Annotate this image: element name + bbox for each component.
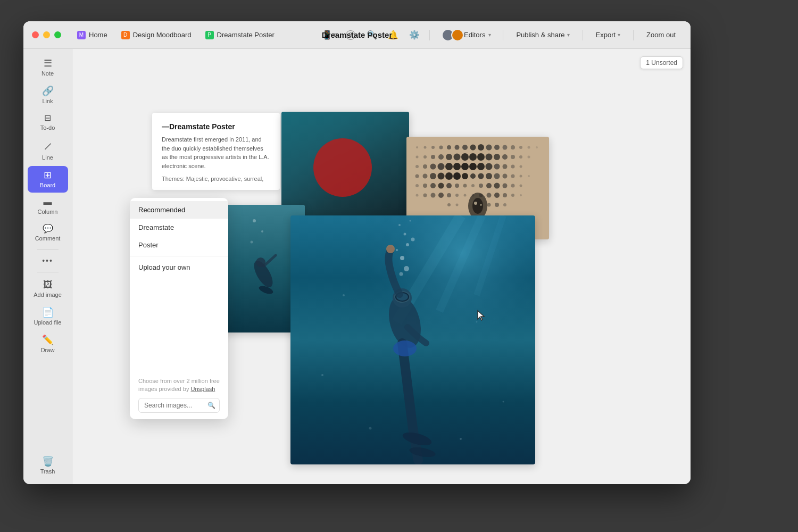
- sidebar-item-more[interactable]: •••: [28, 253, 68, 269]
- avatar-2: [451, 29, 464, 41]
- sidebar-item-upload-file[interactable]: 📄 Upload file: [28, 303, 68, 330]
- popup-menu-item-dreamstate[interactable]: Dreamstate: [130, 219, 228, 236]
- svg-point-33: [423, 164, 427, 169]
- svg-point-72: [503, 184, 508, 188]
- svg-point-81: [464, 194, 467, 197]
- search-magnifier-icon: 🔍: [207, 402, 215, 409]
- svg-point-68: [471, 184, 475, 187]
- svg-point-94: [503, 203, 506, 206]
- sidebar-item-column-label: Column: [38, 209, 58, 215]
- svg-point-77: [431, 193, 436, 198]
- svg-point-129: [343, 294, 345, 296]
- canvas-image-cyan[interactable]: [281, 112, 409, 218]
- popup-menu-item-poster[interactable]: Poster: [130, 236, 228, 254]
- svg-point-126: [393, 340, 417, 356]
- sidebar-item-todo[interactable]: ⊟ To-do: [28, 110, 68, 135]
- trash-icon: 🗑️: [42, 456, 54, 466]
- sidebar-divider-1: [37, 249, 59, 250]
- svg-point-51: [453, 172, 461, 180]
- svg-point-76: [423, 194, 427, 197]
- publish-label: Publish & share: [516, 31, 564, 39]
- svg-point-34: [430, 164, 436, 170]
- svg-point-134: [460, 438, 462, 440]
- svg-point-66: [455, 184, 459, 188]
- sidebar-item-note-label: Note: [41, 70, 54, 77]
- svg-point-65: [446, 183, 452, 188]
- unsplash-link[interactable]: Unsplash: [190, 386, 215, 392]
- export-button[interactable]: Export ▾: [589, 28, 627, 41]
- minimize-button[interactable]: [43, 31, 50, 38]
- canvas-image-diver-large[interactable]: [290, 215, 535, 464]
- svg-point-49: [438, 173, 445, 180]
- canvas-area[interactable]: 1 Unsorted —Dreamstate Poster Dreamstate…: [72, 49, 691, 484]
- svg-point-125: [386, 245, 395, 253]
- close-button[interactable]: [32, 31, 39, 38]
- svg-point-67: [463, 184, 467, 188]
- svg-point-118: [411, 238, 415, 242]
- search-input-wrapper: 🔍: [138, 398, 220, 413]
- popup-menu-item-upload[interactable]: Upload your own: [130, 259, 228, 276]
- tab-home[interactable]: M Home: [72, 28, 113, 42]
- poster-text-card[interactable]: —Dreamstate Poster Dreamstate first emer…: [152, 113, 280, 190]
- note-icon: ☰: [44, 59, 52, 68]
- sidebar-item-line-label: Line: [42, 154, 53, 161]
- divider-1: [429, 30, 430, 40]
- publish-button[interactable]: Publish & share ▾: [510, 28, 576, 41]
- svg-point-59: [520, 175, 522, 178]
- svg-point-132: [503, 401, 504, 403]
- svg-point-47: [423, 174, 428, 179]
- sidebar-item-link[interactable]: 🔗 Link: [28, 82, 68, 109]
- sidebar-item-comment-label: Comment: [35, 235, 61, 242]
- popup-menu-item-recommended[interactable]: Recommended: [130, 201, 228, 219]
- svg-point-131: [321, 374, 323, 376]
- sidebar-item-column[interactable]: ▬ Column: [28, 194, 68, 219]
- poster-card-body: Dreamstate first emerged in 2011, and th…: [162, 135, 270, 170]
- svg-point-9: [478, 144, 484, 151]
- home-tab-icon: M: [77, 31, 86, 39]
- sidebar-item-note[interactable]: ☰ Note: [28, 54, 68, 81]
- page-title: Dreamstate Poster: [322, 30, 393, 39]
- svg-point-96: [472, 198, 483, 214]
- tab-poster-label: Dreamstate Poster: [217, 31, 275, 39]
- tab-poster[interactable]: P Dreamstate Poster: [200, 28, 280, 42]
- svg-point-120: [400, 272, 403, 276]
- sidebar-item-draw[interactable]: ✏️ Draw: [28, 331, 68, 358]
- zoom-out-button[interactable]: Zoom out: [640, 28, 682, 41]
- sidebar-item-comment[interactable]: 💬 Comment: [28, 220, 68, 246]
- svg-point-112: [400, 256, 404, 260]
- svg-point-117: [396, 249, 398, 251]
- svg-point-75: [416, 194, 419, 197]
- title-bar: M Home D Design Moodboard P Dreamstate P…: [23, 21, 691, 49]
- svg-point-52: [462, 173, 468, 179]
- tab-design[interactable]: D Design Moodboard: [116, 28, 197, 42]
- sidebar-item-link-label: Link: [42, 98, 53, 104]
- svg-point-60: [528, 175, 530, 177]
- popup-footer: Choose from over 2 million free images p…: [130, 372, 228, 416]
- sidebar-item-line[interactable]: ─ Line: [28, 136, 68, 165]
- svg-point-28: [502, 154, 508, 160]
- svg-point-58: [511, 174, 515, 178]
- poster-title-em: —Dreamstate: [162, 122, 210, 131]
- export-label: Export: [596, 31, 616, 39]
- svg-point-64: [438, 183, 444, 189]
- sidebar-item-add-image[interactable]: 🖼 Add image: [28, 276, 68, 302]
- sidebar-item-board[interactable]: ⊞ Board: [28, 166, 68, 193]
- svg-point-88: [520, 194, 522, 196]
- svg-point-19: [431, 155, 435, 159]
- more-icon: •••: [42, 257, 53, 264]
- divider-3: [583, 30, 583, 40]
- svg-point-55: [486, 173, 492, 179]
- sidebar-item-trash[interactable]: 🗑️ Trash: [28, 452, 68, 479]
- fullscreen-button[interactable]: [54, 31, 61, 38]
- svg-point-7: [462, 145, 468, 150]
- popup-divider: [130, 256, 228, 256]
- svg-point-115: [398, 224, 401, 226]
- settings-icon-button[interactable]: ⚙️: [406, 27, 423, 44]
- tabs-area: M Home D Design Moodboard P Dreamstate P…: [72, 28, 280, 42]
- editors-button[interactable]: Editors ▾: [436, 27, 496, 44]
- svg-point-2: [424, 146, 427, 149]
- svg-point-1: [416, 146, 418, 148]
- svg-point-130: [476, 321, 478, 323]
- svg-point-57: [503, 174, 508, 179]
- svg-point-41: [486, 163, 493, 170]
